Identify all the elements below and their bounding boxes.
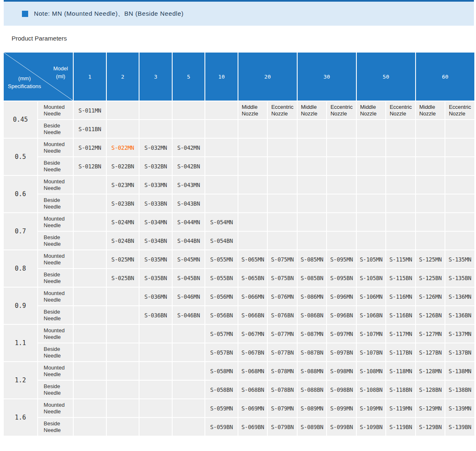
table-row-mounted-1.1: 1.1Mounted NeedleS-057MNS-067MNS-077MNS-… (4, 325, 474, 343)
model-code-cell-S-126MN: S-126MN (416, 288, 445, 305)
model-code-cell-S-097MN: S-097MN (327, 325, 356, 343)
model-code-cell-S-128MN: S-128MN (416, 362, 445, 380)
nozzle-type-header-cell: Eccentric Nozzle (386, 101, 415, 119)
table-row-beside-0.7: Beside NeedleS-024BNS-034BNS-044BNS-054B… (4, 232, 474, 249)
model-code-cell-S-022MN[interactable]: S-022MN (107, 139, 139, 156)
nozzle-type-header-cell: Middle Nozzle (298, 101, 327, 119)
empty-cell (386, 194, 415, 212)
empty-cell (268, 194, 297, 212)
empty-cell (173, 418, 205, 436)
model-code-cell-S-045MN: S-045MN (173, 250, 205, 268)
model-code-cell-S-107BN: S-107BN (357, 343, 386, 361)
spec-cell-1.2: 1.2 (4, 362, 37, 398)
empty-cell (173, 120, 205, 138)
model-code-cell-S-067BN: S-067BN (238, 343, 267, 361)
table-row-mounted-0.5: 0.5Mounted NeedleS-012MNS-022MNS-032MNS-… (4, 139, 474, 156)
table-row-mounted-0.8: 0.8Mounted NeedleS-025MNS-035MNS-045MNS-… (4, 250, 474, 268)
model-code-cell-S-108MN: S-108MN (357, 362, 386, 380)
model-column-header-30ml: 30 (298, 53, 356, 101)
empty-cell (386, 157, 415, 175)
model-code-cell-S-105BN: S-105BN (357, 269, 386, 287)
needle-type-cell-beside: Beside Needle (38, 343, 73, 361)
model-code-cell-S-035MN: S-035MN (139, 250, 172, 268)
model-code-cell-S-118BN: S-118BN (386, 381, 415, 398)
model-code-cell-S-012BN: S-012BN (74, 157, 106, 175)
model-code-cell-S-035BN: S-035BN (139, 269, 172, 287)
spec-cell-0.5: 0.5 (4, 139, 37, 175)
needle-type-cell-mounted: Mounted Needle (38, 362, 73, 380)
empty-cell (386, 232, 415, 249)
model-code-cell-S-138BN: S-138BN (445, 381, 474, 398)
needle-type-cell-mounted: Mounted Needle (38, 288, 73, 305)
empty-cell (268, 232, 297, 249)
model-column-header-20ml: 20 (238, 53, 297, 101)
empty-cell (416, 157, 445, 175)
empty-cell (238, 194, 267, 212)
empty-cell (74, 362, 106, 380)
model-code-cell-S-011BN: S-011BN (74, 120, 106, 138)
model-code-cell-S-054MN: S-054MN (205, 213, 238, 231)
spec-cell-1.1: 1.1 (4, 325, 37, 361)
spec-cell-0.6: 0.6 (4, 176, 37, 212)
empty-cell (416, 232, 445, 249)
empty-cell (386, 120, 415, 138)
model-code-cell-S-058MN: S-058MN (205, 362, 238, 380)
model-column-header-50ml: 50 (357, 53, 415, 101)
empty-cell (416, 120, 445, 138)
empty-cell (139, 399, 172, 417)
model-code-cell-S-032BN: S-032BN (139, 157, 172, 175)
model-code-cell-S-109MN: S-109MN (357, 399, 386, 417)
model-code-cell-S-096BN: S-096BN (327, 306, 356, 324)
model-code-cell-S-058BN: S-058BN (205, 381, 238, 398)
needle-type-cell-beside: Beside Needle (38, 120, 73, 138)
model-code-cell-S-079MN: S-079MN (268, 399, 297, 417)
empty-cell (107, 101, 139, 119)
empty-cell (238, 232, 267, 249)
empty-cell (74, 194, 106, 212)
empty-cell (416, 194, 445, 212)
table-row-beside-0.5: Beside NeedleS-012BNS-022BNS-032BNS-042B… (4, 157, 474, 175)
model-code-cell-S-023BN: S-023BN (107, 194, 139, 212)
model-code-cell-S-075MN: S-075MN (268, 250, 297, 268)
model-code-cell-S-086MN: S-086MN (298, 288, 327, 305)
needle-type-cell-mounted: Mounted Needle (38, 325, 73, 343)
needle-type-cell-beside: Beside Needle (38, 232, 73, 249)
model-code-cell-S-033MN: S-033MN (139, 176, 172, 194)
model-code-cell-S-044MN: S-044MN (173, 213, 205, 231)
empty-cell (74, 213, 106, 231)
model-code-cell-S-115BN: S-115BN (386, 269, 415, 287)
table-row-mounted-1.6: 1.6Mounted NeedleS-059MNS-069MNS-079MNS-… (4, 399, 474, 417)
model-code-cell-S-127BN: S-127BN (416, 343, 445, 361)
empty-cell (107, 362, 139, 380)
table-row-mounted-0.7: 0.7Mounted NeedleS-024MNS-034MNS-044MNS-… (4, 213, 474, 231)
empty-cell (298, 120, 327, 138)
model-code-cell-S-089MN: S-089MN (298, 399, 327, 417)
model-code-cell-S-043MN: S-043MN (173, 176, 205, 194)
model-code-cell-S-118MN: S-118MN (386, 362, 415, 380)
empty-cell (268, 139, 297, 156)
model-code-cell-S-076BN: S-076BN (268, 306, 297, 324)
model-code-cell-S-069MN: S-069MN (238, 399, 267, 417)
empty-cell (139, 343, 172, 361)
nozzle-type-header-cell: Eccentric Nozzle (268, 101, 297, 119)
empty-cell (139, 418, 172, 436)
empty-cell (445, 120, 474, 138)
model-code-cell-S-087BN: S-087BN (298, 343, 327, 361)
empty-cell (74, 418, 106, 436)
model-code-cell-S-135BN: S-135BN (445, 269, 474, 287)
model-code-cell-S-025MN: S-025MN (107, 250, 139, 268)
model-code-cell-S-125BN: S-125BN (416, 269, 445, 287)
empty-cell (139, 362, 172, 380)
model-code-cell-S-011MN: S-011MN (74, 101, 106, 119)
model-column-header-10ml: 10 (205, 53, 238, 101)
model-column-header-60ml: 60 (416, 53, 474, 101)
empty-cell (386, 139, 415, 156)
empty-cell (298, 157, 327, 175)
empty-cell (107, 288, 139, 305)
model-code-cell-S-042BN: S-042BN (173, 157, 205, 175)
model-code-cell-S-129BN: S-129BN (416, 418, 445, 436)
model-column-header-1ml: 1 (74, 53, 106, 101)
model-code-cell-S-067MN: S-067MN (238, 325, 267, 343)
empty-cell (173, 399, 205, 417)
model-code-cell-S-023MN: S-023MN (107, 176, 139, 194)
